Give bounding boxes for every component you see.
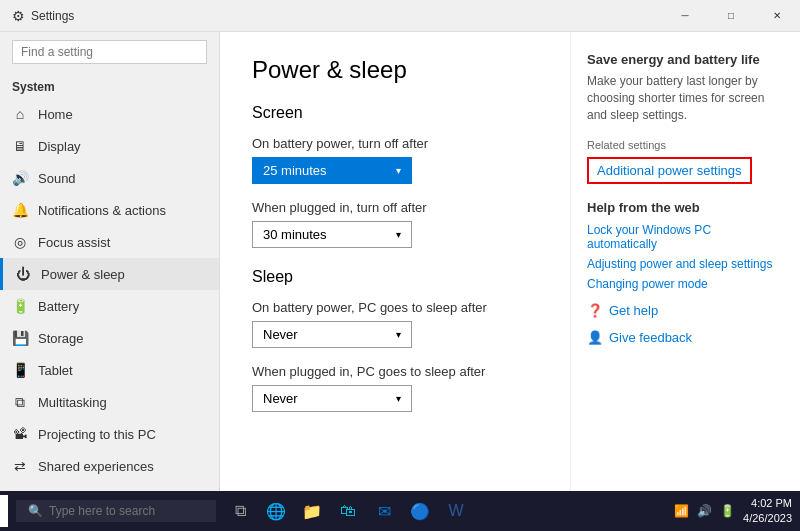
web-link-2[interactable]: Adjusting power and sleep settings	[587, 257, 784, 271]
save-energy-desc: Make your battery last longer by choosin…	[587, 73, 784, 123]
sidebar-item-sound-label: Sound	[38, 171, 76, 186]
multitasking-icon: ⧉	[12, 394, 28, 410]
taskbar-edge[interactable]: 🌐	[260, 495, 292, 527]
screen-battery-value: 25 minutes	[263, 163, 327, 178]
right-panel: Save energy and battery life Make your b…	[570, 32, 800, 491]
taskbar-sound-icon: 🔊	[697, 504, 712, 518]
web-help-title: Help from the web	[587, 200, 784, 215]
page-title: Power & sleep	[252, 56, 538, 84]
taskbar-search-icon: 🔍	[28, 504, 43, 518]
focus-icon: ◎	[12, 234, 28, 250]
sidebar-item-shared[interactable]: ⇄ Shared experiences	[0, 450, 219, 482]
taskbar-mail[interactable]: ✉	[368, 495, 400, 527]
get-help-link[interactable]: Get help	[609, 303, 658, 318]
home-icon: ⌂	[12, 106, 28, 122]
give-feedback-row: 👤 Give feedback	[587, 330, 784, 345]
taskbar-file-explorer[interactable]: 📁	[296, 495, 328, 527]
sidebar-item-projecting[interactable]: 📽 Projecting to this PC	[0, 418, 219, 450]
sidebar-item-home-label: Home	[38, 107, 73, 122]
taskbar-task-view[interactable]: ⧉	[224, 495, 256, 527]
sleep-battery-value: Never	[263, 327, 298, 342]
screen-plugged-select[interactable]: 30 minutes ▾	[252, 221, 412, 248]
battery-icon: 🔋	[12, 298, 28, 314]
display-icon: 🖥	[12, 138, 28, 154]
taskbar-search-input[interactable]	[49, 504, 199, 518]
sidebar-item-home[interactable]: ⌂ Home	[0, 98, 219, 130]
sleep-battery-select[interactable]: Never ▾	[252, 321, 412, 348]
sidebar-item-projecting-label: Projecting to this PC	[38, 427, 156, 442]
sidebar-item-storage[interactable]: 💾 Storage	[0, 322, 219, 354]
close-button[interactable]: ✕	[754, 0, 800, 32]
power-icon: ⏻	[15, 266, 31, 282]
web-link-3[interactable]: Changing power mode	[587, 277, 784, 291]
sidebar-item-tablet[interactable]: 📱 Tablet	[0, 354, 219, 386]
sidebar-item-shared-label: Shared experiences	[38, 459, 154, 474]
taskbar-network-icon: 📶	[674, 504, 689, 518]
sleep-battery-row: On battery power, PC goes to sleep after…	[252, 300, 538, 348]
get-help-row: ❓ Get help	[587, 303, 784, 318]
storage-icon: 💾	[12, 330, 28, 346]
screen-plugged-label: When plugged in, turn off after	[252, 200, 538, 215]
sleep-plugged-label: When plugged in, PC goes to sleep after	[252, 364, 538, 379]
content-wrapper: Power & sleep Screen On battery power, t…	[220, 32, 800, 491]
web-link-1[interactable]: Lock your Windows PC automatically	[587, 223, 784, 251]
get-help-icon: ❓	[587, 303, 603, 318]
taskbar-battery-icon: 🔋	[720, 504, 735, 518]
shared-icon: ⇄	[12, 458, 28, 474]
sidebar-item-display-label: Display	[38, 139, 81, 154]
additional-power-settings-link[interactable]: Additional power settings	[597, 163, 742, 178]
search-input[interactable]	[12, 40, 207, 64]
taskbar-date: 4/26/2023	[743, 511, 792, 526]
sidebar-item-power-label: Power & sleep	[41, 267, 125, 282]
taskbar-store[interactable]: 🛍	[332, 495, 364, 527]
sidebar-item-multitasking-label: Multitasking	[38, 395, 107, 410]
minimize-button[interactable]: ─	[662, 0, 708, 32]
sidebar-item-storage-label: Storage	[38, 331, 84, 346]
sidebar-item-battery[interactable]: 🔋 Battery	[0, 290, 219, 322]
taskbar-chrome[interactable]: 🔵	[404, 495, 436, 527]
screen-plugged-chevron: ▾	[396, 229, 401, 240]
give-feedback-link[interactable]: Give feedback	[609, 330, 692, 345]
window-title: Settings	[31, 9, 74, 23]
screen-plugged-row: When plugged in, turn off after 30 minut…	[252, 200, 538, 248]
screen-battery-select[interactable]: 25 minutes ▾	[252, 157, 412, 184]
tablet-icon: 📱	[12, 362, 28, 378]
sidebar-item-notifications[interactable]: 🔔 Notifications & actions	[0, 194, 219, 226]
screen-section-title: Screen	[252, 104, 538, 122]
start-button[interactable]	[0, 495, 8, 527]
sidebar-item-multitasking[interactable]: ⧉ Multitasking	[0, 386, 219, 418]
settings-window-icon: ⚙	[12, 8, 25, 24]
taskbar-time-date[interactable]: 4:02 PM 4/26/2023	[743, 496, 792, 527]
maximize-button[interactable]: □	[708, 0, 754, 32]
save-energy-title: Save energy and battery life	[587, 52, 784, 67]
sleep-plugged-row: When plugged in, PC goes to sleep after …	[252, 364, 538, 412]
sidebar-section-label: System	[0, 72, 219, 98]
taskbar-icons: ⧉ 🌐 📁 🛍 ✉ 🔵 W	[224, 495, 472, 527]
taskbar-word[interactable]: W	[440, 495, 472, 527]
sidebar-item-battery-label: Battery	[38, 299, 79, 314]
projecting-icon: 📽	[12, 426, 28, 442]
taskbar-time: 4:02 PM	[743, 496, 792, 511]
sleep-section-title: Sleep	[252, 268, 538, 286]
sleep-plugged-select[interactable]: Never ▾	[252, 385, 412, 412]
sidebar-item-display[interactable]: 🖥 Display	[0, 130, 219, 162]
sleep-battery-chevron: ▾	[396, 329, 401, 340]
title-bar: ⚙ Settings ─ □ ✕	[0, 0, 800, 32]
sidebar-item-focus-label: Focus assist	[38, 235, 110, 250]
sleep-plugged-value: Never	[263, 391, 298, 406]
taskbar: 🔍 ⧉ 🌐 📁 🛍 ✉ 🔵 W 📶 🔊 🔋 4:02 PM 4/26/2023	[0, 491, 800, 531]
sidebar-search-container	[0, 32, 219, 72]
related-label: Related settings	[587, 139, 784, 151]
screen-plugged-value: 30 minutes	[263, 227, 327, 242]
screen-battery-row: On battery power, turn off after 25 minu…	[252, 136, 538, 184]
sidebar-item-focus[interactable]: ◎ Focus assist	[0, 226, 219, 258]
sidebar: System ⌂ Home 🖥 Display 🔊 Sound 🔔 Notifi…	[0, 32, 220, 491]
sidebar-item-power[interactable]: ⏻ Power & sleep	[0, 258, 219, 290]
sidebar-item-sound[interactable]: 🔊 Sound	[0, 162, 219, 194]
sidebar-item-notifications-label: Notifications & actions	[38, 203, 166, 218]
sound-icon: 🔊	[12, 170, 28, 186]
main-content: System ⌂ Home 🖥 Display 🔊 Sound 🔔 Notifi…	[0, 32, 800, 491]
sleep-plugged-chevron: ▾	[396, 393, 401, 404]
sidebar-item-tablet-label: Tablet	[38, 363, 73, 378]
give-feedback-icon: 👤	[587, 330, 603, 345]
